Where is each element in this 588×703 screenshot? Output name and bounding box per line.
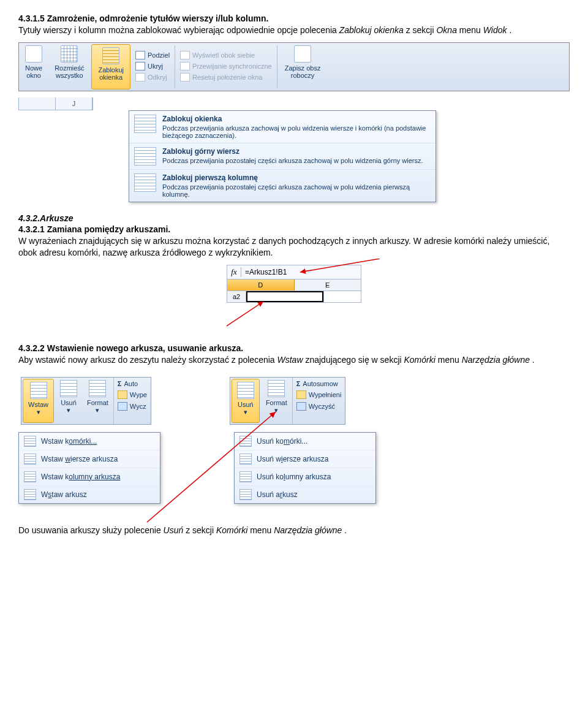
side-by-side-button[interactable]: Wyświetl obok siebie [180,51,272,59]
insert-cols[interactable]: Wstaw kolumny arkusza [19,468,160,486]
insert-sheet[interactable]: Wstaw arkusz [19,486,160,503]
hide-button[interactable]: Ukryj [135,62,170,70]
insert-rows[interactable]: Wstaw wiersze arkusza [19,450,160,468]
label: Zapisz obsz [285,64,321,72]
insert-cells[interactable]: Wstaw komórki... [19,433,160,450]
separator [175,45,175,88]
label: Usuń [238,401,254,408]
desc: Podczas przewijania arkusza zachowaj w p… [162,124,426,139]
fill-icon [118,390,127,399]
em: Zablokuj okienka [339,25,404,35]
label: Autosumow [303,380,337,387]
clear-btn[interactable]: Wyczyść [296,402,342,411]
freeze-panes-button[interactable]: Zablokuj okienka [91,44,130,89]
arrange-all-icon [61,45,78,63]
em: Komórki [404,355,435,365]
label: Odkryj [148,74,167,81]
delete-sheet-icon [239,489,252,500]
para-4315: Tytuły wierszy i kolumn można zablokować… [18,25,570,36]
chevron-down-icon: ▾ [96,406,99,414]
fill-btn[interactable]: Wype [118,390,147,399]
heading-4315: 4.3.1.5 Zamrożenie, odmrożenie tytułów w… [18,13,570,23]
delete-button-hl[interactable]: Usuń▾ [232,379,260,423]
label: Podziel [148,51,170,59]
new-window-button[interactable]: Nowe okno [19,43,48,89]
label: Auto [124,380,138,387]
label: Rozmieść [55,64,84,72]
delete-button[interactable]: Usuń▾ [55,378,82,423]
insert-cells-icon [24,436,36,447]
txt: z sekcji [406,25,437,35]
split-button[interactable]: Podziel [135,51,170,59]
column-header-strip: J [18,97,93,110]
chevron-down-icon: ▾ [37,408,40,416]
save-workspace-button[interactable]: Zapisz obsz roboczy [279,43,327,89]
formula-text[interactable]: =Arkusz1!B1 [241,268,290,276]
format-button[interactable]: Format▾ [261,378,292,423]
footer-para: Do usuwania arkuszy służy polecenie Usuń… [18,525,570,536]
label: Ukryj [148,63,163,70]
unhide-button[interactable]: Odkryj [135,73,170,82]
format-button[interactable]: Format▾ [82,378,113,423]
txt: . [344,525,347,535]
label: Przewijanie synchroniczne [192,63,272,70]
em: Komórki [216,525,247,535]
em: Widok [483,25,507,35]
reset-pos-icon [180,73,190,82]
row-a2: a2 [227,291,361,303]
em: Okna [436,25,456,35]
arrange-all-button[interactable]: Rozmieść wszystko [48,43,90,89]
txt: Zablokuj górny wiersz Podczas przewijani… [162,147,423,164]
col-hdr-J[interactable]: J [56,97,92,110]
col-hdr-blank [19,97,56,110]
delete-cells[interactable]: Usuń komórki... [235,433,375,450]
txt: . [532,355,535,365]
ribbon-view-window-group: Nowe okno Rozmieść wszystko Zablokuj oki… [18,42,570,91]
selected-cell[interactable] [246,291,323,302]
col-headers: D E [227,279,361,291]
insert-button[interactable]: Wstaw▾ [23,379,54,423]
label: Wycz [130,403,146,410]
freeze-top-row-icon [134,147,156,165]
freeze-panes-item-icon [134,115,156,133]
autosum-btn[interactable]: ΣAuto [118,380,147,387]
txt: Zablokuj okienka Podczas przewijania ark… [162,115,431,139]
formula-bar: fx =Arkusz1!B1 [227,265,361,279]
txt: Tytuły wierszy i kolumn można zablokować… [18,25,339,35]
freeze-top-row-item[interactable]: Zablokuj górny wiersz Podczas przewijani… [129,143,435,170]
txt: . [509,25,511,35]
title: Zablokuj okienka [162,115,431,123]
fx-label[interactable]: fx [227,267,241,277]
sync-scroll-button[interactable]: Przewijanie synchroniczne [180,62,272,70]
fill-btn[interactable]: Wypełnieni [296,390,342,399]
heading-432: 4.3.2.Arkusze [18,213,570,223]
cells-group-delete-hl: Usuń▾ Format▾ ΣAutosumow Wypełnieni Wycz… [230,377,346,425]
col-E[interactable]: E [295,279,361,291]
formula-bar-snippet: fx =Arkusz1!B1 D E a2 [227,265,361,303]
insert-icon [30,382,47,399]
freeze-first-col-item[interactable]: Zablokuj pierwszą kolumnę Podczas przewi… [129,170,435,202]
label: wszystko [56,72,83,79]
cell-e[interactable] [323,291,361,302]
para-4322: Aby wstawić nowy arkusz do zeszytu należ… [18,354,570,366]
freeze-panes-item[interactable]: Zablokuj okienka Podczas przewijania ark… [129,111,435,143]
heading-4322: 4.3.2.2 Wstawienie nowego arkusza, usuwa… [18,343,570,353]
delete-rows[interactable]: Usuń wiersze arkusza [235,450,375,468]
txt: menu [250,525,274,535]
delete-sheet[interactable]: Usuń arkusz [235,486,375,503]
autosum-btn[interactable]: ΣAutosumow [296,380,342,387]
delete-icon [237,382,254,399]
col-D[interactable]: D [227,279,295,291]
clear-btn[interactable]: Wycz [118,402,147,411]
delete-rows-icon [239,454,252,465]
cells-group-insert-hl: Wstaw▾ Usuń▾ Format▾ ΣAuto Wype Wycz [21,377,151,425]
insert-cols-icon [24,471,36,482]
reset-window-pos-button[interactable]: Resetuj położenie okna [180,73,272,82]
label: roboczy [291,72,315,79]
txt: Zablokuj pierwszą kolumnę Podczas przewi… [162,173,431,198]
separator [277,45,277,88]
txt: z sekcji [186,525,216,535]
label: Wyczyść [309,403,335,410]
delete-cols[interactable]: Usuń kolumny arkusza [235,468,375,486]
row-label[interactable]: a2 [227,291,246,302]
